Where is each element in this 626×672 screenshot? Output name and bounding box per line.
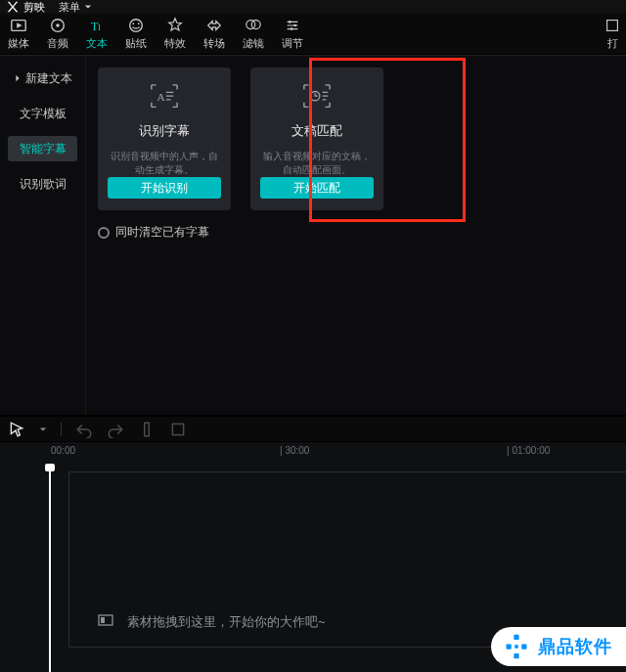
sidebar-item-label: 文字模板 [20, 106, 67, 122]
clear-subtitle-checkbox[interactable]: 同时清空已有字幕 [98, 224, 614, 241]
start-recognize-button[interactable]: 开始识别 [108, 177, 221, 199]
sidebar-item-text-template[interactable]: 文字模板 [8, 101, 77, 126]
playhead[interactable] [49, 464, 51, 672]
filter-icon [244, 17, 263, 34]
card-desc: 识别音视频中的人声，自动生成字幕。 [108, 150, 221, 177]
main-tabs: 媒体 音频 TI 文本 贴纸 特效 转场 滤镜 调节 打 [0, 14, 626, 55]
tab-filter[interactable]: 滤镜 [243, 17, 264, 51]
start-match-button[interactable]: 开始匹配 [260, 177, 374, 199]
tab-sticker[interactable]: 贴纸 [125, 17, 147, 51]
svg-rect-23 [521, 644, 526, 649]
pointer-tool[interactable] [8, 421, 25, 438]
menu-label: 菜单 [59, 0, 80, 15]
svg-rect-25 [514, 645, 518, 649]
svg-point-11 [289, 21, 291, 23]
timeline-toolbar [0, 417, 626, 442]
split-button[interactable] [138, 421, 156, 438]
more-icon [603, 17, 622, 34]
match-icon [302, 83, 332, 109]
ruler-mark: 00:00 [51, 445, 75, 456]
tab-label: 媒体 [8, 36, 29, 51]
tab-label: 打 [607, 36, 618, 51]
sidebar-item-label: 智能字幕 [20, 141, 67, 157]
svg-point-6 [130, 20, 143, 32]
svg-point-8 [138, 22, 140, 24]
radio-icon [98, 227, 110, 239]
tab-label: 特效 [164, 36, 186, 51]
svg-rect-18 [172, 424, 183, 434]
tab-audio[interactable]: 音频 [47, 17, 68, 51]
tab-label: 滤镜 [243, 36, 264, 51]
svg-rect-17 [145, 423, 150, 436]
caret-right-icon [14, 71, 22, 85]
delete-button[interactable] [169, 421, 187, 438]
ruler-mark: | 01:00:00 [507, 445, 550, 456]
titlebar: 剪映 菜单 [0, 0, 626, 14]
chevron-down-icon [84, 3, 92, 11]
tab-text[interactable]: TI 文本 [86, 17, 108, 51]
tab-media[interactable]: 媒体 [8, 17, 29, 51]
svg-point-10 [251, 21, 260, 29]
tab-more[interactable]: 打 [603, 17, 622, 51]
svg-point-13 [291, 27, 293, 30]
text-sidebar: 新建文本 文字模板 智能字幕 识别歌词 [0, 56, 86, 415]
svg-rect-24 [514, 653, 518, 658]
tab-label: 文本 [86, 36, 108, 51]
svg-text:A: A [157, 91, 166, 103]
tab-label: 转场 [203, 36, 225, 51]
effect-icon [165, 17, 185, 34]
ruler-mark: | 30:00 [280, 445, 309, 456]
watermark-icon [503, 633, 530, 660]
svg-rect-14 [607, 21, 618, 31]
checkbox-label: 同时清空已有字幕 [115, 224, 209, 241]
svg-rect-20 [101, 617, 105, 623]
recognize-icon: A [150, 83, 179, 109]
drop-hint-text: 素材拖拽到这里，开始你的大作吧~ [127, 613, 326, 631]
watermark-text: 鼎品软件 [538, 635, 612, 658]
card-title: 识别字幕 [139, 122, 190, 140]
svg-rect-22 [507, 644, 512, 649]
sticker-icon [126, 17, 146, 34]
sidebar-item-smart-subtitle[interactable]: 智能字幕 [8, 136, 77, 161]
text-icon: TI [87, 17, 107, 34]
drop-hint: 素材拖拽到这里，开始你的大作吧~ [98, 612, 326, 631]
transition-icon [204, 17, 224, 34]
chevron-down-icon[interactable] [39, 423, 47, 436]
sidebar-item-label: 识别歌词 [20, 176, 67, 193]
svg-point-3 [56, 23, 60, 27]
tab-label: 贴纸 [125, 36, 147, 51]
app-name: 剪映 [23, 0, 45, 15]
svg-point-9 [246, 21, 255, 29]
svg-point-7 [132, 22, 134, 24]
work-area: 新建文本 文字模板 智能字幕 识别歌词 A 识别字幕 识别音视频中的人声，自动生… [0, 55, 626, 417]
tab-adjust[interactable]: 调节 [282, 17, 303, 51]
tab-label: 调节 [282, 36, 303, 51]
sidebar-item-label: 新建文本 [25, 70, 72, 87]
redo-button[interactable] [107, 421, 124, 438]
svg-point-12 [293, 24, 296, 27]
tab-label: 音频 [47, 36, 68, 51]
text-content: A 识别字幕 识别音视频中的人声，自动生成字幕。 开始识别 文稿匹配 输入音视频… [86, 56, 626, 415]
sidebar-item-new-text[interactable]: 新建文本 [8, 66, 77, 91]
card-script-match: 文稿匹配 输入音视频对应的文稿，自动匹配画面。 开始匹配 [250, 67, 383, 210]
cut-icon [6, 0, 20, 14]
timeline-ruler[interactable]: 00:00 | 30:00 | 01:00:00 [0, 442, 626, 464]
card-title: 文稿匹配 [291, 122, 342, 140]
svg-rect-21 [514, 635, 518, 640]
menu-dropdown[interactable]: 菜单 [59, 0, 92, 15]
tab-transition[interactable]: 转场 [203, 17, 225, 51]
watermark: 鼎品软件 [491, 627, 626, 666]
app-logo: 剪映 [6, 0, 45, 15]
asset-icon [98, 612, 113, 631]
media-icon [9, 17, 28, 34]
audio-icon [48, 17, 67, 34]
tab-effect[interactable]: 特效 [164, 17, 186, 51]
sidebar-item-lyric[interactable]: 识别歌词 [8, 171, 77, 197]
adjust-icon [283, 17, 302, 34]
undo-button[interactable] [75, 421, 93, 438]
svg-marker-1 [17, 22, 22, 27]
svg-text:I: I [98, 22, 101, 32]
card-desc: 输入音视频对应的文稿，自动匹配画面。 [260, 150, 374, 177]
card-recognize-subtitle: A 识别字幕 识别音视频中的人声，自动生成字幕。 开始识别 [98, 67, 231, 210]
